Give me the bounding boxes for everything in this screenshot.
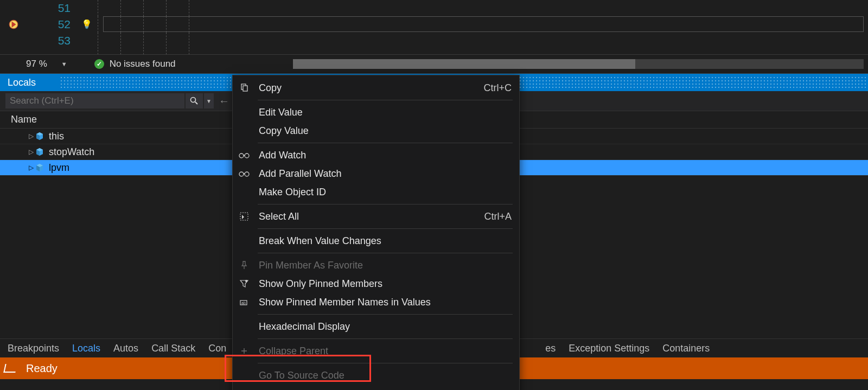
lightbulb-icon[interactable]: 💡 — [81, 20, 92, 29]
code-line[interactable]: AddComments(lpvm); — [98, 16, 868, 33]
menu-add-watch[interactable]: Add Watch — [233, 146, 519, 164]
menu-separator — [258, 363, 513, 363]
menu-separator — [258, 338, 513, 339]
column-name-header[interactable]: Name — [0, 114, 233, 125]
tab-es-cut[interactable]: es — [545, 343, 556, 354]
svg-point-11 — [245, 280, 247, 282]
menu-edit-value[interactable]: Edit Value — [233, 103, 519, 122]
local-name: stopWatch — [46, 146, 233, 158]
menu-add-parallel-watch[interactable]: Add Parallel Watch — [233, 164, 519, 183]
menu-separator — [258, 143, 513, 143]
disassembly-icon — [237, 387, 251, 390]
svg-rect-10 — [240, 213, 248, 220]
menu-show-pinned-names[interactable]: ab Show Pinned Member Names in Values — [233, 293, 519, 311]
copy-icon — [237, 81, 251, 94]
status-text: Ready — [26, 362, 58, 375]
execute-arrow-icon[interactable] — [0, 16, 27, 33]
tab-autos[interactable]: Autos — [113, 343, 138, 354]
check-icon: ✓ — [94, 59, 104, 69]
menu-copy-value[interactable]: Copy Value — [233, 122, 519, 140]
panel-title-text: Locals — [8, 77, 36, 88]
tab-locals[interactable]: Locals — [72, 343, 100, 354]
svg-point-6 — [239, 154, 244, 158]
label-icon: ab — [237, 296, 251, 309]
code-line[interactable]: if (dasBlogSettings.SiteConfiguration.En… — [98, 50, 868, 54]
line-number: 54 — [27, 50, 76, 54]
line-number: 52 — [27, 16, 76, 33]
line-number: 51 — [27, 0, 76, 16]
svg-rect-5 — [243, 86, 247, 91]
object-icon — [34, 148, 46, 156]
svg-point-2 — [191, 98, 196, 103]
tab-containers[interactable]: Containers — [662, 343, 710, 354]
menu-show-only-pinned[interactable]: Show Only Pinned Members — [233, 274, 519, 293]
menu-select-all[interactable]: Select All Ctrl+A — [233, 207, 519, 226]
search-options-dropdown[interactable]: ▼ — [204, 93, 214, 108]
menu-separator — [258, 204, 513, 204]
menu-pin-member: Pin Member As Favorite — [233, 256, 519, 274]
context-menu: Copy Ctrl+C Edit Value Copy Value Add Wa… — [232, 75, 520, 390]
menu-separator — [258, 228, 513, 229]
code-editor[interactable]: 51 52 💡 AddComments(lpvm); 53 54 — [0, 0, 868, 54]
select-all-icon — [237, 210, 251, 223]
expand-icon[interactable]: ▷ — [0, 164, 34, 171]
expand-icon[interactable]: ▷ — [0, 148, 34, 156]
search-input[interactable] — [5, 93, 184, 108]
svg-text:ab: ab — [241, 301, 246, 305]
tab-exception-settings[interactable]: Exception Settings — [569, 343, 649, 354]
chevron-down-icon: ▼ — [61, 61, 67, 67]
object-icon — [34, 132, 46, 140]
menu-hex-display[interactable]: Hexadecimal Display — [233, 317, 519, 336]
search-icon[interactable] — [186, 93, 203, 108]
svg-point-9 — [245, 172, 249, 176]
collapse-icon — [237, 344, 251, 357]
code-line[interactable] — [98, 0, 868, 16]
menu-collapse-parent: Collapse Parent — [233, 342, 519, 360]
pin-icon — [237, 259, 251, 272]
horizontal-scrollbar[interactable] — [293, 59, 864, 69]
menu-separator — [258, 253, 513, 253]
svg-line-3 — [195, 102, 197, 104]
tab-con-cut[interactable]: Con — [208, 343, 226, 354]
editor-info-bar: 97 % ▼ ✓ No issues found ▼ — [0, 54, 868, 74]
svg-point-7 — [245, 154, 249, 158]
zoom-dropdown[interactable]: 97 % ▼ — [26, 59, 67, 69]
glyph-margin — [0, 0, 27, 16]
local-name: this — [46, 131, 233, 142]
issues-text: No issues found — [110, 59, 176, 69]
tab-call-stack[interactable]: Call Stack — [151, 343, 195, 354]
menu-separator — [258, 314, 513, 315]
back-arrow-icon[interactable]: ← — [215, 93, 233, 108]
svg-point-8 — [239, 172, 244, 176]
filter-pin-icon — [237, 277, 251, 290]
status-icon[interactable] — [3, 364, 17, 373]
menu-separator — [258, 100, 513, 100]
menu-break-when-changes[interactable]: Break When Value Changes — [233, 232, 519, 250]
code-line[interactable] — [98, 33, 868, 49]
glasses-icon — [237, 167, 251, 180]
tab-breakpoints[interactable]: Breakpoints — [8, 343, 59, 354]
menu-goto-disassembly[interactable]: Go To Disassembly Ctrl+K, G — [233, 385, 519, 390]
menu-make-object-id[interactable]: Make Object ID — [233, 183, 519, 201]
menu-copy[interactable]: Copy Ctrl+C — [233, 79, 519, 97]
menu-goto-source: Go To Source Code — [233, 366, 519, 385]
zoom-value: 97 % — [26, 59, 47, 69]
line-number: 53 — [27, 33, 76, 49]
glasses-icon — [237, 149, 251, 162]
local-name: lpvm — [46, 162, 233, 174]
object-icon — [34, 163, 46, 172]
expand-icon[interactable]: ▷ — [0, 132, 34, 140]
